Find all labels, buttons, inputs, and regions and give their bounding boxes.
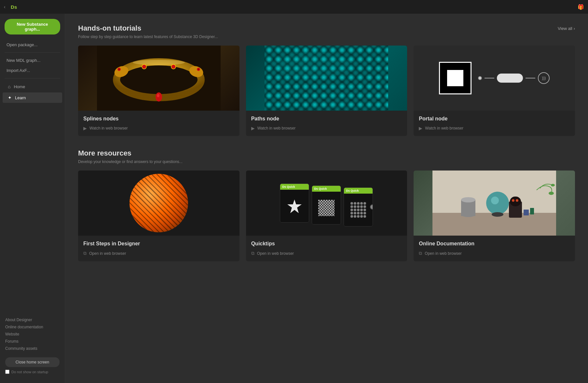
splines-svg — [97, 46, 221, 111]
sidebar-divider-1 — [5, 52, 60, 53]
open-package-item[interactable]: Open package... — [0, 40, 65, 50]
community-assets-link[interactable]: Community assets — [5, 346, 60, 351]
svg-point-7 — [198, 69, 199, 70]
video-icon-portal: ▶ — [419, 126, 422, 131]
view-all-button[interactable]: View all › — [558, 26, 575, 31]
card-splines[interactable]: Splines nodes ▶ Watch in web browser — [78, 46, 239, 136]
svg-point-12 — [171, 64, 176, 69]
sidebar-learn-label: Learn — [15, 95, 26, 100]
quicktip-header-1: Ds Quick — [280, 184, 309, 190]
titlebar-left: ‹ Ds — [4, 2, 19, 12]
sidebar-item-learn[interactable]: ✦ Learn — [3, 92, 62, 103]
tutorials-cards-grid: Splines nodes ▶ Watch in web browser — [78, 46, 575, 136]
sidebar-item-home[interactable]: ⌂ Home — [3, 81, 62, 92]
svg-rect-41 — [496, 213, 499, 216]
sidebar-divider-2 — [5, 78, 60, 78]
sidebar: New Substance graph... Open package... N… — [0, 14, 65, 383]
portal-pill — [497, 74, 523, 83]
svg-point-37 — [461, 197, 475, 202]
resources-subtitle: Develop your knowledge or find answers t… — [78, 159, 183, 164]
app-logo: Ds — [9, 2, 19, 12]
card-title-quicktips: Quicktips — [251, 241, 402, 247]
card-title-first-steps: First Steps in Designer — [83, 241, 234, 247]
card-body-first-steps: First Steps in Designer ⧉ Open in web br… — [78, 236, 239, 261]
card-image-quicktips: Ds Quick Ds Quick — [246, 171, 407, 236]
sidebar-bottom: About Designer Online documentation Webs… — [0, 314, 65, 355]
tutorials-subtitle: Follow step by step guidance to learn la… — [78, 34, 218, 39]
do-not-show-container: Do not show on startup — [0, 370, 65, 378]
svg-rect-43 — [510, 197, 521, 206]
new-substance-graph-button[interactable]: New Substance graph... — [5, 19, 60, 34]
view-all-arrow: › — [574, 26, 575, 31]
svg-rect-31 — [350, 202, 366, 218]
resources-title: More resources — [78, 149, 183, 157]
tutorials-title: Hands-on tutorials — [78, 24, 218, 33]
svg-point-44 — [512, 199, 514, 202]
card-image-online-docs — [414, 171, 575, 236]
card-body-paths: Paths node ▶ Watch in web browser — [246, 111, 407, 136]
online-docs-link[interactable]: Online documentation — [5, 325, 60, 329]
sidebar-home-label: Home — [14, 84, 25, 89]
card-action-online-docs[interactable]: ⧉ Open in web browser — [419, 251, 570, 256]
online-docs-svg — [432, 171, 556, 236]
content-area: Hands-on tutorials Follow step by step g… — [65, 14, 588, 383]
video-icon-paths: ▶ — [251, 126, 255, 131]
import-axf-item[interactable]: Import AxF... — [0, 65, 65, 75]
portal-connector: ))) — [478, 72, 550, 84]
grid-pattern-icon — [318, 200, 335, 216]
close-home-screen-button[interactable]: Close home screen — [5, 357, 60, 367]
website-link[interactable]: Website — [5, 332, 60, 336]
card-action-quicktips[interactable]: ⧉ Open in web browser — [251, 251, 402, 256]
portal-visual: ))) — [439, 62, 550, 94]
svg-point-49 — [551, 184, 555, 186]
card-title-portal: Portal node — [419, 116, 570, 122]
tutorials-header-text: Hands-on tutorials Follow step by step g… — [78, 24, 218, 39]
do-not-show-checkbox[interactable] — [5, 370, 9, 374]
learn-icon: ✦ — [8, 95, 12, 100]
card-action-label-quicktips: Open in web browser — [257, 251, 294, 256]
card-title-paths: Paths node — [251, 116, 402, 122]
quicktip-knob — [370, 204, 373, 210]
quicktip-header-2: Ds Quick — [312, 186, 341, 192]
svg-point-24 — [274, 52, 352, 78]
card-image-portal: ))) — [414, 46, 575, 111]
svg-rect-46 — [524, 210, 529, 215]
about-designer-link[interactable]: About Designer — [5, 318, 60, 322]
card-action-portal[interactable]: ▶ Watch in web browser — [419, 126, 570, 131]
portal-line — [485, 78, 494, 78]
quicktip-body-3 — [344, 194, 373, 226]
svg-point-5 — [118, 69, 120, 70]
svg-point-10 — [133, 60, 185, 65]
card-action-splines[interactable]: ▶ Watch in web browser — [83, 126, 234, 131]
card-title-online-docs: Online Documentation — [419, 241, 570, 247]
circle-pattern-icon — [350, 202, 366, 218]
quicktip-card-1: Ds Quick — [280, 184, 309, 223]
quicktip-header-3: Ds Quick — [344, 188, 373, 194]
quicktip-card-2: Ds Quick — [312, 185, 341, 225]
titlebar: ‹ Ds 🎁 — [0, 0, 588, 14]
card-action-paths[interactable]: ▶ Watch in web browser — [251, 126, 402, 131]
portal-line-2 — [526, 78, 535, 78]
svg-rect-47 — [530, 208, 534, 214]
card-body-splines: Splines nodes ▶ Watch in web browser — [78, 111, 239, 136]
gift-icon[interactable]: 🎁 — [578, 4, 584, 10]
back-button[interactable]: ‹ — [4, 4, 6, 9]
card-online-docs[interactable]: Online Documentation ⧉ Open in web brows… — [414, 171, 575, 261]
resources-section-header: More resources Develop your knowledge or… — [78, 149, 575, 164]
resources-header-text: More resources Develop your knowledge or… — [78, 149, 183, 164]
quicktip-body-2 — [312, 192, 341, 224]
card-portal[interactable]: ))) Portal node ▶ Watch in web browser — [414, 46, 575, 136]
card-paths[interactable]: Paths node ▶ Watch in web browser — [246, 46, 407, 136]
card-action-label-splines: Watch in web browser — [89, 126, 128, 130]
portal-outer-box — [439, 62, 472, 94]
card-action-first-steps[interactable]: ⧉ Open in web browser — [83, 251, 234, 256]
video-icon-splines: ▶ — [83, 126, 87, 131]
portal-inner-box — [447, 70, 463, 86]
forums-link[interactable]: Forums — [5, 339, 60, 344]
card-quicktips[interactable]: Ds Quick Ds Quick — [246, 171, 407, 261]
card-first-steps[interactable]: First Steps in Designer ⧉ Open in web br… — [78, 171, 239, 261]
svg-point-9 — [157, 94, 159, 97]
new-mdl-graph-item[interactable]: New MDL graph... — [0, 55, 65, 65]
sphere-visual — [130, 174, 188, 232]
view-all-label: View all — [558, 26, 572, 31]
